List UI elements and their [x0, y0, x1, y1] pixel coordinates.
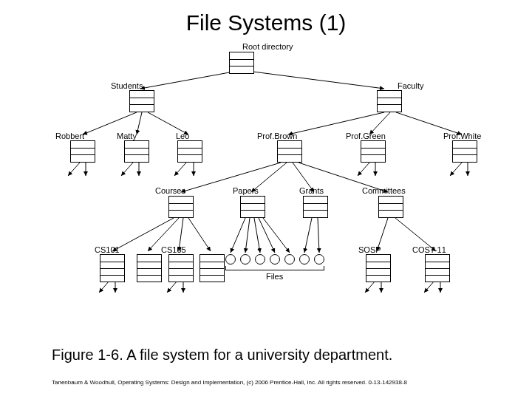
node-cost11	[425, 254, 450, 282]
label-faculty: Faculty	[398, 81, 423, 90]
node-cs101	[100, 254, 125, 282]
svg-line-18	[181, 163, 281, 192]
label-matty: Matty	[117, 132, 137, 140]
label-profgreen: Prof.Green	[346, 132, 386, 140]
node-profwhite	[452, 140, 477, 163]
node-cs105	[168, 254, 194, 282]
label-leo: Leo	[176, 132, 189, 140]
node-students	[129, 90, 154, 112]
label-grants: Grants	[299, 186, 324, 195]
svg-line-30	[263, 218, 290, 253]
page-title: File Systems (1)	[0, 0, 532, 35]
label-courses: Courses	[155, 186, 185, 195]
node-leo	[177, 140, 202, 163]
node-papers	[240, 196, 265, 218]
label-robbert: Robbert	[55, 132, 84, 140]
node-sosp	[366, 254, 391, 282]
node-robbert	[70, 140, 95, 163]
svg-line-26	[231, 218, 245, 253]
svg-line-16	[450, 163, 462, 176]
label-profwhite: Prof.White	[443, 132, 481, 140]
label-cost11: COST-11	[412, 245, 446, 254]
svg-line-3	[137, 112, 142, 134]
file-paper-4	[270, 254, 280, 265]
svg-line-39	[365, 281, 375, 293]
label-profbrown: Prof.Brown	[257, 132, 297, 140]
node-committees	[378, 196, 403, 218]
files-bracket	[225, 266, 324, 270]
node-courses	[168, 196, 194, 218]
svg-line-12	[174, 163, 186, 176]
label-files: Files	[266, 272, 283, 281]
node-unnamed-course-2	[200, 254, 225, 282]
label-committees: Committees	[362, 186, 406, 195]
svg-line-14	[358, 163, 369, 176]
label-students: Students	[111, 81, 143, 90]
file-paper-2	[240, 254, 250, 265]
svg-line-35	[99, 281, 109, 293]
svg-line-32	[318, 218, 319, 253]
node-matty	[124, 140, 149, 163]
copyright-footer: Tanenbaum & Woodhull, Operating Systems:…	[52, 379, 407, 386]
svg-line-31	[304, 218, 312, 253]
filesystem-diagram: Root directory Students Faculty Robbert …	[59, 44, 488, 340]
label-cs101: CS101	[95, 245, 120, 254]
svg-line-28	[254, 218, 260, 253]
svg-line-8	[68, 163, 80, 176]
svg-line-41	[424, 281, 434, 293]
svg-line-27	[245, 218, 250, 253]
node-profbrown	[277, 140, 302, 163]
file-grant-1	[299, 254, 310, 265]
svg-line-1	[242, 70, 384, 89]
label-papers: Papers	[233, 186, 259, 195]
label-root: Root directory	[242, 42, 293, 51]
file-grant-2	[314, 254, 324, 265]
svg-line-0	[140, 70, 242, 89]
figure-caption: Figure 1-6. A file system for a universi…	[0, 347, 532, 364]
file-paper-1	[225, 254, 236, 265]
node-unnamed-course-1	[137, 254, 162, 282]
svg-line-25	[188, 218, 211, 251]
label-cs105: CS105	[161, 245, 186, 254]
file-paper-5	[284, 254, 295, 265]
node-grants	[303, 196, 328, 218]
node-faculty	[377, 90, 402, 112]
svg-line-29	[259, 218, 275, 253]
svg-line-10	[121, 163, 133, 176]
node-root	[229, 52, 254, 74]
node-profgreen	[361, 140, 386, 163]
svg-line-37	[167, 281, 177, 293]
label-sosp: SOSP	[358, 245, 381, 254]
file-paper-3	[255, 254, 265, 265]
